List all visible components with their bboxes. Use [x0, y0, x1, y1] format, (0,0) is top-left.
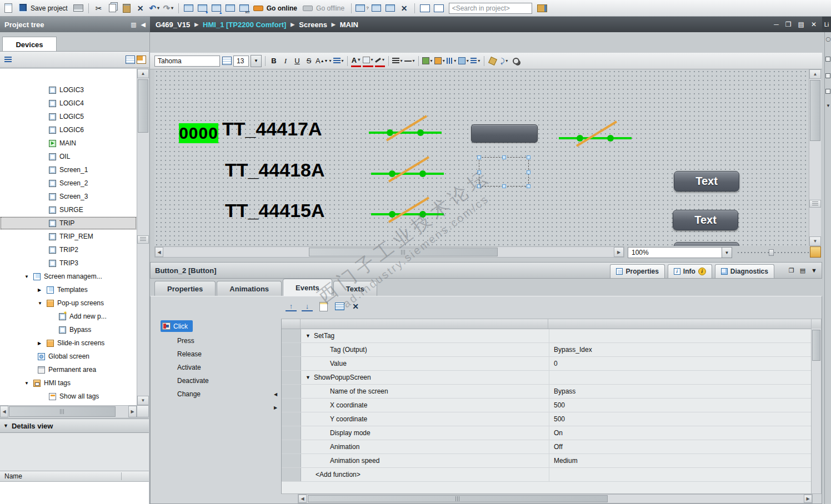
tree-item-hmi-tags[interactable]: ▼HMI tags [0, 376, 137, 390]
tree-item-logic6[interactable]: LOGIC6 [0, 123, 137, 137]
event-item-press[interactable]: Press [177, 335, 194, 347]
param-value-field[interactable]: Medium [549, 454, 821, 467]
scroll-down-icon[interactable]: ▼ [137, 396, 149, 405]
cut-icon[interactable]: ✂ [93, 2, 105, 14]
zoom-level-select[interactable]: 100% ▼ [628, 247, 732, 258]
scroll-up-icon[interactable]: ▲ [137, 69, 149, 78]
chevron-down-icon[interactable]: ▼ [24, 274, 30, 279]
chevron-down-icon[interactable]: ▼ [722, 248, 732, 258]
resize-handle[interactable] [502, 155, 506, 159]
zoom-select-button[interactable] [511, 56, 521, 67]
line-style-button[interactable]: ▾ [392, 56, 403, 67]
float-panel-icon[interactable]: ❐ [789, 267, 794, 274]
switch-symbol-widget[interactable] [370, 193, 445, 226]
tree-view-icon[interactable] [2, 54, 13, 65]
breadcrumb-screen[interactable]: MAIN [340, 21, 358, 29]
resize-handle[interactable] [502, 184, 506, 188]
tree-item-logic4[interactable]: LOGIC4 [0, 97, 137, 110]
tree-item-screen-2[interactable]: Screen_2 [0, 177, 137, 190]
copy-icon[interactable] [107, 2, 119, 14]
inspector-tab-properties[interactable]: Properties [610, 264, 664, 278]
new-project-icon[interactable] [2, 2, 14, 14]
tree-item-add-new-popup[interactable]: Add new p... [0, 310, 137, 323]
font-size-dropdown-icon[interactable]: ▼ [251, 55, 262, 67]
details-view-header[interactable]: ▼ Details view [0, 419, 149, 433]
tree-item-trip2[interactable]: TRIP2 [0, 243, 137, 256]
partial-button-widget[interactable] [674, 242, 739, 246]
param-value-field[interactable]: 0 [549, 357, 821, 370]
background-color-button[interactable]: ▾ [363, 54, 373, 67]
tree-item-templates[interactable]: ▶Templates [0, 283, 137, 296]
fit-to-screen-icon[interactable] [810, 246, 821, 258]
event-item-release[interactable]: Release [177, 348, 202, 360]
resize-handle[interactable] [477, 184, 481, 188]
param-value-field[interactable]: Bypass_Idex [549, 343, 821, 356]
tab-properties[interactable]: Properties [154, 281, 216, 296]
details-name-column-header[interactable]: Name [0, 471, 149, 482]
scroll-right-icon[interactable]: ▶ [804, 495, 812, 503]
chevron-down-icon[interactable]: ▼ [825, 103, 831, 108]
resize-handle[interactable] [527, 170, 530, 174]
inspector-tab-diagnostics[interactable]: Diagnostics [715, 264, 774, 278]
tree-item-permanent-area[interactable]: Permanent area [0, 363, 137, 376]
diagram-view-icon[interactable] [136, 54, 147, 65]
resize-handle[interactable] [527, 155, 530, 159]
canvas-vertical-scrollbar[interactable]: ▲ ▼ [809, 69, 821, 246]
italic-button[interactable]: I [281, 56, 291, 67]
event-item-deactivate[interactable]: Deactivate [177, 375, 209, 387]
event-item-change[interactable]: Change [177, 388, 201, 400]
param-value-field[interactable]: Off [549, 440, 821, 453]
event-item-click[interactable]: Click [161, 320, 193, 332]
tree-item-screen-3[interactable]: Screen_3 [0, 190, 137, 203]
save-project-button[interactable] [16, 2, 28, 14]
task-card-icon[interactable] [825, 89, 830, 94]
tree-item-main[interactable]: MAIN [0, 137, 137, 150]
chevron-down-icon[interactable]: ▼ [24, 381, 30, 386]
details-grid-icon[interactable] [124, 54, 136, 65]
font-name-select[interactable]: Tahoma [154, 56, 220, 67]
scrollbar-thumb[interactable] [812, 330, 820, 361]
scrollbar-thumb[interactable] [309, 248, 498, 256]
chevron-down-icon[interactable]: ▼ [811, 267, 817, 274]
tree-vertical-scrollbar[interactable]: ▲ ▼ [137, 69, 149, 405]
tree-item-logic3[interactable]: LOGIC3 [0, 83, 137, 97]
cross-reference-icon[interactable]: ✕ [398, 2, 411, 14]
tab-animations[interactable]: Animations [217, 281, 282, 296]
switch-symbol-widget[interactable] [558, 117, 633, 150]
go-online-button[interactable] [252, 2, 264, 14]
scrollbar-thumb[interactable] [810, 80, 820, 141]
strikethrough-button[interactable]: S [304, 56, 314, 67]
scrollbar-thumb[interactable] [308, 495, 608, 502]
object-fill-button[interactable]: ▾ [422, 56, 433, 67]
tree-item-global-screen[interactable]: Global screen [0, 350, 137, 363]
search-input[interactable]: <Search in project> [449, 3, 532, 14]
chevron-down-icon[interactable]: ▼ [3, 423, 8, 429]
scroll-left-icon[interactable]: ◀ [298, 495, 307, 503]
go-offline-label[interactable]: Go offline [316, 4, 344, 12]
print-icon[interactable] [72, 2, 84, 14]
network-view-icon[interactable] [536, 2, 548, 14]
task-card-icon[interactable] [825, 73, 830, 78]
chevron-down-icon[interactable]: ▼ [306, 375, 311, 380]
accessible-devices-icon[interactable] [371, 2, 383, 14]
rotate-button[interactable]: ⤸▾ [499, 56, 509, 67]
chevron-down-icon[interactable]: ▼ [38, 301, 43, 306]
redo-button[interactable]: ↷▾ [162, 2, 174, 14]
close-window-icon[interactable]: ✕ [811, 21, 817, 28]
tab-texts[interactable]: Texts [333, 281, 377, 296]
delete-icon[interactable]: ✕ [134, 2, 147, 14]
io-field-widget[interactable]: 0000 [179, 123, 218, 143]
delete-function-icon[interactable]: ✕ [350, 301, 361, 312]
zoom-slider[interactable] [738, 248, 809, 257]
minimize-window-icon[interactable]: ─ [774, 21, 779, 28]
split-editor-vertical-icon[interactable] [433, 2, 445, 14]
undo-button[interactable]: ↶▾ [148, 2, 161, 14]
canvas-horizontal-scrollbar[interactable]: ◀ ▶ [154, 246, 624, 258]
chevron-right-icon[interactable]: ▶ [38, 288, 43, 293]
event-item-activate[interactable]: Activate [177, 361, 201, 374]
tag-label-tt-44415a[interactable]: TT_44415A [225, 200, 325, 221]
vertical-alignment-button[interactable]: ▾ [447, 56, 457, 67]
text-button-widget[interactable]: Text [673, 210, 738, 230]
split-editor-horizontal-icon[interactable] [419, 2, 431, 14]
param-value-field[interactable]: 500 [549, 412, 821, 426]
